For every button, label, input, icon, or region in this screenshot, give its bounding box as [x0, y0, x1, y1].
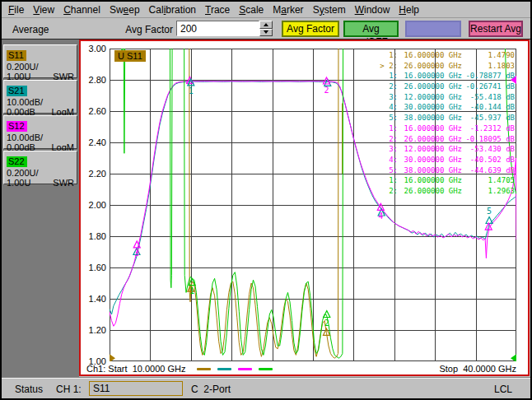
- marker-frequency: 12.000000 GHz: [398, 92, 462, 103]
- menu-item-trace[interactable]: Trace: [205, 4, 230, 16]
- trace-button-s22[interactable]: S220.200U/1.00USWR: [3, 151, 77, 184]
- avg-factor-input[interactable]: [176, 21, 259, 36]
- trace-s22: [184, 49, 343, 358]
- toolbar-button-restart-avg[interactable]: Restart Avg: [469, 21, 523, 37]
- marker-value: -40.502 dB: [462, 155, 515, 165]
- legend-dash-s21: [217, 368, 231, 370]
- stepper-up-button[interactable]: [259, 21, 273, 29]
- marker-number: 5:: [373, 165, 398, 176]
- y-tick-label: 2.00: [81, 200, 106, 210]
- trace-scale-label: 0.200U/: [7, 62, 74, 72]
- trace-scale-label: 10.00dB/: [7, 97, 74, 107]
- toolbar-button-blank[interactable]: [405, 21, 461, 37]
- legend-dash-s12: [238, 368, 252, 370]
- marker-readout-row: 1:16.000000 GHz-1.2312 dB: [373, 123, 515, 134]
- marker-number: 1:: [373, 50, 398, 61]
- marker-value: -1.2312 dB: [462, 123, 515, 134]
- menu-item-file[interactable]: File: [8, 4, 24, 16]
- marker-frequency: 38.000000 GHz: [398, 113, 462, 123]
- measurement-field[interactable]: S11: [89, 381, 183, 396]
- marker-value: -53.430 dB: [462, 144, 515, 155]
- legend-dash-s11: [197, 368, 211, 370]
- marker-readout-row: > 2:26.000000 GHz1.1803: [373, 61, 515, 72]
- trace-scale-label: 10.00dB/: [7, 133, 74, 142]
- marker-readout-row: 1:16.000000 GHz1.4705: [373, 175, 515, 186]
- marker-number: 1:: [373, 123, 398, 134]
- marker-frequency: 16.000000 GHz: [398, 175, 462, 186]
- main-area: S110.200U/1.00USWRS2110.00dB/0.00dBLogMS…: [2, 39, 530, 377]
- toolbar-mode-label: Average: [12, 24, 49, 35]
- menu-item-scale[interactable]: Scale: [239, 4, 264, 16]
- marker-number: 5:: [373, 113, 398, 123]
- marker-frequency: 26.000000 GHz: [398, 186, 462, 197]
- start-frequency-label: Ch1: Start 10.0000 GHz: [86, 364, 185, 374]
- marker-number: 2:: [373, 81, 398, 92]
- lcl-label: LCL: [494, 384, 512, 395]
- marker-value: -0.26741 dB: [462, 81, 515, 92]
- menu-item-help[interactable]: Help: [399, 4, 419, 16]
- trace-sidebar: S110.200U/1.00USWRS2110.00dB/0.00dBLogMS…: [2, 40, 79, 378]
- stop-frequency-label: Stop 40.0000 GHz: [439, 364, 516, 374]
- y-tick-label: 2.20: [81, 169, 106, 179]
- menu-item-view[interactable]: View: [33, 4, 54, 16]
- trace-name-chip: S21: [7, 86, 27, 96]
- marker-number-label: 1: [189, 86, 194, 95]
- marker-readout-row: 4:30.000000 GHz-40.144 dB: [373, 102, 515, 113]
- trace-button-s11[interactable]: S110.200U/1.00USWR: [3, 44, 77, 78]
- average-toolbar: Average Avg Factor Avg FactorAvg on/OFFR…: [2, 19, 530, 39]
- marker-frequency: 38.000000 GHz: [398, 165, 462, 176]
- marker-readout-row: 1:16.000000 GHz-0.78877 dB: [373, 71, 515, 81]
- marker-value: -40.144 dB: [462, 102, 515, 113]
- marker-number: 1:: [373, 71, 398, 81]
- marker-number-label: 2: [324, 319, 329, 328]
- menu-item-channel[interactable]: Channel: [63, 4, 100, 16]
- marker-frequency: 30.000000 GHz: [398, 155, 462, 165]
- reference-arrow-icon: [511, 354, 516, 361]
- marker-number-label: 3: [134, 249, 139, 258]
- reference-arrow-icon: [110, 354, 115, 361]
- trace-button-s21[interactable]: S2110.00dB/0.00dBLogM: [3, 80, 77, 114]
- marker-readout-row: 2:26.000000 GHz-0.18095 dB: [373, 134, 515, 145]
- marker-value: -0.78877 dB: [462, 71, 515, 81]
- marker-number: 4:: [373, 155, 398, 165]
- avg-factor-stepper: [259, 21, 273, 36]
- avg-factor-label: Avg Factor: [125, 24, 173, 35]
- trace-s11: [189, 49, 338, 358]
- marker-frequency: 30.000000 GHz: [398, 102, 462, 113]
- marker-readout-row: 4:30.000000 GHz-40.502 dB: [373, 155, 515, 165]
- toolbar-button-avg-factor[interactable]: Avg Factor: [282, 21, 339, 37]
- menu-item-marker[interactable]: Marker: [273, 4, 303, 16]
- marker-readout-row: 5:38.000000 GHz-45.937 dB: [373, 113, 515, 123]
- trace-ref-line: 1.00USWR: [7, 178, 74, 188]
- marker-frequency: 16.000000 GHz: [398, 123, 462, 134]
- marker-number: > 2:: [373, 61, 398, 72]
- marker-number-label: 2: [324, 86, 329, 95]
- marker-readout-row: 3:12.000000 GHz-55.418 dB: [373, 92, 515, 103]
- y-tick-label: 1.20: [81, 325, 106, 335]
- y-tick-label: 2.60: [81, 106, 106, 116]
- marker-frequency: 16.000000 GHz: [398, 50, 462, 61]
- menu-item-system[interactable]: System: [313, 4, 346, 16]
- menu-item-calibration[interactable]: Calibration: [149, 4, 196, 16]
- vna-app-window: FileViewChannelSweepCalibrationTraceScal…: [0, 0, 532, 400]
- marker-frequency: 12.000000 GHz: [398, 144, 462, 155]
- marker-frequency: 26.000000 GHz: [398, 81, 462, 92]
- trace-button-s12[interactable]: S1210.00dB/0.00dBLogM: [3, 115, 77, 149]
- y-tick-label: 2.40: [81, 137, 106, 147]
- trace-s22: [124, 49, 125, 153]
- menu-item-sweep[interactable]: Sweep: [110, 4, 140, 16]
- marker-readout-row: 1:16.000000 GHz1.4790: [373, 50, 515, 61]
- stepper-down-button[interactable]: [259, 29, 273, 37]
- marker-frequency: 16.000000 GHz: [398, 71, 462, 81]
- marker-frequency: 26.000000 GHz: [398, 61, 462, 72]
- marker-triangle-icon: [486, 217, 492, 224]
- trace-name-chip: S12: [7, 121, 27, 132]
- menu-item-window[interactable]: Window: [355, 4, 390, 16]
- marker-number: 2:: [373, 134, 398, 145]
- legend-dash-s22: [259, 368, 273, 370]
- trace-s22: [170, 49, 172, 288]
- y-tick-label: 2.80: [81, 75, 106, 85]
- trace-color-legend: [197, 368, 279, 370]
- down-arrow-icon: [264, 30, 268, 34]
- toolbar-button-avg-on-off[interactable]: Avg on/OFF: [343, 21, 399, 37]
